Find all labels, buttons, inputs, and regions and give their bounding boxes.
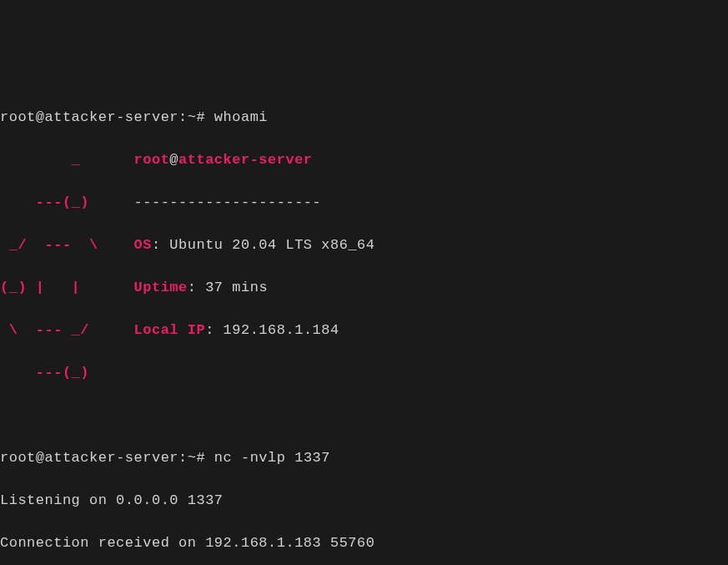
output-line: Connection received on 192.168.1.183 557… bbox=[0, 532, 728, 554]
ascii-art: (_) | | bbox=[0, 280, 89, 295]
ascii-art: ---(_) bbox=[0, 194, 98, 210]
host: attacker-server bbox=[45, 450, 179, 466]
user: root bbox=[0, 450, 36, 466]
dash: --------------------- bbox=[134, 194, 322, 210]
os-label: OS bbox=[134, 237, 152, 253]
blank-line bbox=[0, 405, 728, 426]
nf-user: root bbox=[134, 152, 170, 168]
prompt-suffix: # bbox=[196, 109, 205, 125]
neofetch-line: (_) | | Uptime: 37 mins bbox=[0, 277, 728, 299]
neofetch-line: _ root@attacker-server bbox=[0, 149, 728, 171]
neofetch-line: ---(_) bbox=[0, 362, 728, 384]
path: ~ bbox=[188, 450, 197, 466]
neofetch-line: \ --- _/ Local IP: 192.168.1.184 bbox=[0, 320, 728, 341]
neofetch-line: ---(_) --------------------- bbox=[0, 192, 728, 214]
ascii-art: _/ --- \ bbox=[0, 237, 98, 253]
ascii-art: _ bbox=[0, 152, 98, 168]
host: attacker-server bbox=[45, 109, 179, 125]
neofetch-line: _/ --- \ OS: Ubuntu 20.04 LTS x86_64 bbox=[0, 235, 728, 256]
command-nc: nc -nvlp 1337 bbox=[214, 450, 330, 466]
path: ~ bbox=[188, 109, 197, 125]
localip-label: Local IP bbox=[134, 322, 206, 338]
terminal-window[interactable]: root@attacker-server:~# whoami _ root@at… bbox=[0, 85, 728, 565]
prompt-line: root@attacker-server:~# whoami bbox=[0, 107, 728, 129]
os-value: Ubuntu 20.04 LTS x86_64 bbox=[169, 237, 374, 253]
nf-host: attacker-server bbox=[178, 152, 313, 168]
user: root bbox=[0, 109, 36, 125]
command-whoami: whoami bbox=[214, 109, 268, 125]
localip-value: 192.168.1.184 bbox=[223, 322, 339, 338]
uptime-value: 37 mins bbox=[205, 280, 268, 295]
uptime-label: Uptime bbox=[134, 280, 188, 295]
output-line: Listening on 0.0.0.0 1337 bbox=[0, 490, 728, 512]
ascii-art: \ --- _/ bbox=[0, 322, 98, 338]
ascii-art: ---(_) bbox=[0, 365, 98, 381]
prompt-line: root@attacker-server:~# nc -nvlp 1337 bbox=[0, 447, 728, 469]
prompt-suffix: # bbox=[196, 450, 205, 466]
